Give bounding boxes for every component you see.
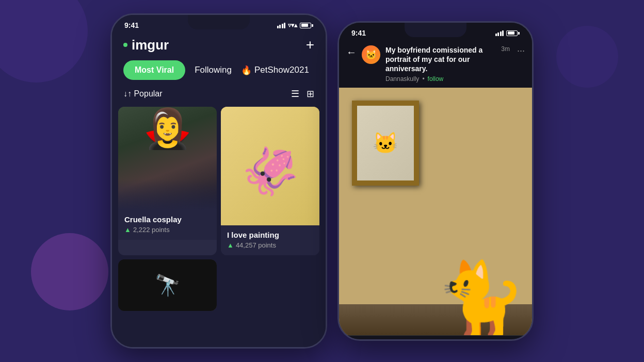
grid-icon[interactable]: ⊞ xyxy=(307,88,314,100)
card-cruella-points: ▲ 2,222 points xyxy=(124,226,211,234)
post-header: ← 🐱 My boyfriend comissioned a portrait … xyxy=(339,39,532,88)
status-icons: ▿▾▴ xyxy=(277,22,314,29)
card-gradient-overlay xyxy=(118,179,217,210)
signal-bar-2 xyxy=(279,25,281,28)
signal-bar-3 xyxy=(282,24,283,28)
framed-portrait: 🐱 xyxy=(352,101,419,186)
signal-bar-r3 xyxy=(500,31,502,36)
squid-background: 🦑 xyxy=(221,107,319,225)
cosplay-emoji: 🧛‍♀️ xyxy=(143,109,192,148)
card-telescope[interactable]: 🔭 xyxy=(118,259,217,311)
portrait-image: 🐱 xyxy=(357,106,414,180)
card-cruella-info: Cruella cosplay ▲ 2,222 points xyxy=(118,210,217,240)
cosplay-image: 🧛‍♀️ xyxy=(118,107,217,210)
notch-right xyxy=(405,23,466,37)
status-time-right: 9:41 xyxy=(351,29,366,37)
tab-petshow[interactable]: 🔥 PetShow2021 xyxy=(241,65,309,76)
card-cruella[interactable]: 🧛‍♀️ Cruella cosplay ▲ 2,222 points xyxy=(118,107,217,255)
signal-bar-r1 xyxy=(495,34,497,36)
upvote-arrow-icon-2: ▲ xyxy=(227,241,234,249)
painting-image: 🦑 xyxy=(221,107,319,225)
bg-decoration-1 xyxy=(0,0,88,83)
upvote-arrow-icon: ▲ xyxy=(124,226,131,234)
signal-bar-r2 xyxy=(497,32,499,36)
card-painting-title: I love painting xyxy=(227,231,313,239)
user-avatar: 🐱 xyxy=(362,45,380,64)
tab-most-viral[interactable]: Most Viral xyxy=(123,60,185,80)
telescope-emoji: 🔭 xyxy=(155,273,181,298)
post-time: 3m xyxy=(501,45,510,53)
signal-bar-4 xyxy=(284,23,285,28)
add-button[interactable]: + xyxy=(306,37,314,53)
post-image: 🐱 🐈 xyxy=(339,88,532,335)
imgur-header: imgur + xyxy=(112,31,326,60)
post-menu-button[interactable]: ··· xyxy=(517,45,525,56)
battery-icon xyxy=(300,23,313,28)
card-painting-points: ▲ 44,257 points xyxy=(227,241,313,249)
telescope-background: 🔭 xyxy=(118,259,217,311)
battery-fill xyxy=(301,24,309,27)
battery-tip-right xyxy=(518,32,520,35)
bg-decoration-3 xyxy=(556,26,618,88)
card-painting-info: I love painting ▲ 44,257 points xyxy=(221,225,319,255)
card-painting[interactable]: 🦑 I love painting ▲ 44,257 points xyxy=(221,107,319,255)
real-cat: 🐈 xyxy=(429,160,532,335)
battery-fill-right xyxy=(508,31,515,35)
battery-icon-right xyxy=(506,30,520,36)
right-phone: 9:41 xyxy=(337,21,534,341)
status-icons-right xyxy=(495,30,520,36)
follow-button[interactable]: follow xyxy=(428,75,444,83)
wifi-icon: ▿▾▴ xyxy=(288,22,297,29)
signal-bar-1 xyxy=(277,26,279,28)
filter-icon[interactable]: ☰ xyxy=(291,88,299,100)
card-cruella-title: Cruella cosplay xyxy=(124,215,211,224)
post-username[interactable]: Dannaskully xyxy=(385,75,419,83)
imgur-logo-text: imgur xyxy=(132,37,169,53)
post-actions-bar: ▲ 2759 ▼ 57 ♡ 981 ↗ Share xyxy=(339,335,532,341)
post-user-row: Dannaskully • follow xyxy=(385,75,496,83)
post-title: My boyfriend comissioned a portrait of m… xyxy=(385,45,496,74)
imgur-logo: imgur xyxy=(123,37,169,53)
back-button[interactable]: ← xyxy=(346,45,357,58)
signal-bars-icon xyxy=(277,23,286,28)
notch xyxy=(188,15,250,29)
bg-decoration-2 xyxy=(31,233,108,310)
battery-body xyxy=(300,23,311,28)
sort-label[interactable]: ↓↑ Popular xyxy=(123,89,163,98)
squid-emoji: 🦑 xyxy=(242,144,299,199)
telescope-image: 🔭 xyxy=(118,259,217,311)
portrait-frame: 🐱 xyxy=(352,101,419,186)
left-phone: 9:41 ▿▾▴ xyxy=(110,13,327,349)
image-grid: 🧛‍♀️ Cruella cosplay ▲ 2,222 points xyxy=(112,107,326,311)
battery-tip xyxy=(312,24,313,27)
cat-emoji: 🐈 xyxy=(436,263,526,335)
post-info: My boyfriend comissioned a portrait of m… xyxy=(385,45,496,83)
tabs-bar: Most Viral Following 🔥 PetShow2021 xyxy=(112,60,326,88)
status-time: 9:41 xyxy=(124,21,139,29)
sort-icons: ☰ ⊞ xyxy=(291,88,314,100)
imgur-logo-dot xyxy=(123,43,127,47)
tab-following[interactable]: Following xyxy=(192,61,234,79)
phones-container: 9:41 ▿▾▴ xyxy=(110,13,534,349)
signal-bar-r4 xyxy=(502,30,504,36)
imgur-app: 9:41 ▿▾▴ xyxy=(112,15,326,347)
signal-bars-right xyxy=(495,30,504,36)
post-detail-app: 9:41 xyxy=(339,23,532,339)
battery-body-right xyxy=(506,30,518,36)
fire-icon: 🔥 xyxy=(241,65,252,76)
sort-bar: ↓↑ Popular ☰ ⊞ xyxy=(112,88,326,107)
